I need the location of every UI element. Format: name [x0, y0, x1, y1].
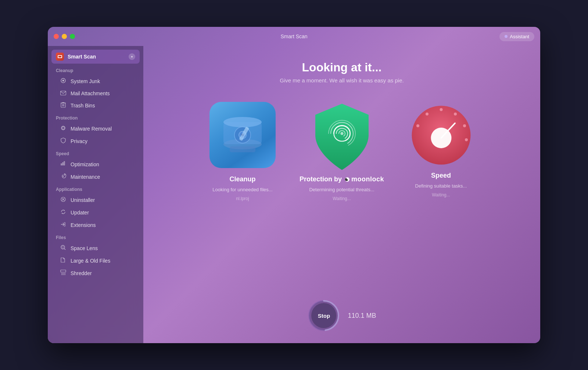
sidebar-item-privacy[interactable]: Privacy	[51, 135, 140, 147]
speed-icon-wrap	[408, 102, 474, 168]
titlebar: Smart Scan Assistant	[48, 27, 540, 46]
trash-icon	[60, 102, 67, 109]
sidebar-item-shredder[interactable]: Shredder	[51, 267, 140, 279]
mail-attachments-label: Mail Attachments	[71, 90, 110, 96]
sidebar-item-uninstaller[interactable]: Uninstaller	[51, 194, 140, 206]
svg-point-10	[62, 246, 64, 248]
svg-rect-19	[230, 146, 255, 152]
system-junk-icon	[60, 78, 67, 85]
main-window: Smart Scan Assistant Smart Scan ●	[48, 27, 540, 343]
maintenance-label: Maintenance	[71, 174, 100, 180]
svg-point-9	[61, 245, 65, 249]
stop-area: Stop 110.1 MB	[307, 299, 376, 332]
speed-card-title: Speed	[431, 172, 451, 179]
assistant-status-dot	[505, 35, 508, 38]
svg-point-7	[63, 176, 64, 177]
speed-card-status: Waiting...	[432, 192, 450, 198]
main-subheading: Give me a moment. We all wish it was eas…	[280, 77, 404, 83]
malware-icon	[60, 125, 67, 132]
protection-card: Protection by moonlock Determining poten…	[298, 102, 386, 201]
uninstaller-label: Uninstaller	[71, 197, 95, 203]
large-files-icon	[60, 257, 67, 264]
sidebar-item-trash-bins[interactable]: Trash Bins	[51, 99, 140, 111]
scan-size-display: 110.1 MB	[348, 312, 376, 320]
smart-scan-icon	[56, 53, 64, 61]
sidebar-item-extensions[interactable]: Extensions	[51, 219, 140, 231]
stop-button[interactable]: Stop	[311, 303, 336, 328]
privacy-icon	[60, 138, 67, 145]
speedometer-svg	[409, 103, 473, 167]
sidebar-item-optimization[interactable]: Optimization	[51, 158, 140, 170]
cleanup-card: Cleanup Looking for unneeded files... nl…	[198, 102, 287, 201]
stop-button-wrap: Stop	[307, 299, 340, 332]
window-body: Smart Scan ● Cleanup System Junk	[48, 46, 540, 343]
moonlock-logo-icon	[345, 177, 350, 182]
shredder-icon	[60, 270, 67, 277]
protection-card-status: Waiting...	[333, 196, 351, 201]
svg-point-24	[454, 113, 457, 115]
cleanup-card-desc: Looking for unneeded files...	[212, 187, 272, 192]
svg-point-26	[465, 138, 468, 141]
traffic-lights	[54, 34, 75, 39]
window-title: Smart Scan	[280, 33, 307, 39]
svg-rect-1	[58, 56, 61, 57]
updater-label: Updater	[71, 210, 89, 216]
section-files-label: Files	[48, 231, 143, 242]
svg-point-14	[223, 117, 262, 127]
svg-point-25	[463, 124, 466, 127]
sidebar-item-smart-scan[interactable]: Smart Scan ●	[51, 50, 140, 64]
smart-scan-label: Smart Scan	[68, 54, 96, 60]
smart-scan-badge: ●	[129, 53, 135, 60]
protection-card-desc: Determining potential threats...	[309, 187, 374, 192]
assistant-button[interactable]: Assistant	[499, 32, 534, 41]
protection-card-title: Protection by moonlock	[300, 175, 384, 183]
svg-point-23	[440, 108, 442, 111]
sidebar-item-mail-attachments[interactable]: Mail Attachments	[51, 88, 140, 99]
space-lens-icon	[60, 245, 67, 252]
trash-bins-label: Trash Bins	[71, 103, 95, 108]
svg-point-27	[426, 113, 429, 115]
speed-card: Speed Defining suitable tasks... Waiting…	[397, 102, 485, 201]
sidebar: Smart Scan ● Cleanup System Junk	[48, 46, 143, 343]
section-applications-label: Applications	[48, 183, 143, 193]
large-old-files-label: Large & Old Files	[71, 258, 110, 264]
system-junk-label: System Junk	[71, 78, 100, 84]
svg-point-20	[340, 132, 343, 135]
protection-icon-wrap	[309, 102, 375, 172]
disk-svg	[219, 111, 266, 159]
extensions-label: Extensions	[71, 222, 96, 228]
extensions-icon	[60, 221, 67, 228]
mail-icon	[60, 90, 67, 96]
sidebar-item-updater[interactable]: Updater	[51, 206, 140, 218]
cleanup-icon-wrap	[209, 102, 276, 168]
section-speed-label: Speed	[48, 147, 143, 158]
assistant-label: Assistant	[510, 34, 529, 39]
protection-by-label: Protection by	[300, 175, 342, 183]
uninstaller-icon	[60, 196, 67, 203]
shredder-label: Shredder	[71, 270, 92, 276]
malware-removal-label: Malware Removal	[71, 126, 112, 132]
sidebar-item-space-lens[interactable]: Space Lens	[51, 242, 140, 254]
cleanup-card-status: nl.lproj	[236, 196, 249, 201]
section-cleanup-label: Cleanup	[48, 64, 143, 75]
fullscreen-button[interactable]	[70, 34, 75, 39]
sidebar-item-malware-removal[interactable]: Malware Removal	[51, 122, 140, 135]
svg-point-28	[416, 124, 419, 127]
cards-row: Cleanup Looking for unneeded files... nl…	[198, 102, 485, 201]
section-protection-label: Protection	[48, 112, 143, 122]
optimization-icon	[60, 161, 67, 168]
close-button[interactable]	[54, 34, 59, 39]
shield-svg	[310, 102, 374, 172]
main-heading: Looking at it...	[302, 61, 382, 74]
cleanup-card-title: Cleanup	[229, 175, 255, 183]
optimization-label: Optimization	[71, 161, 99, 167]
sidebar-item-system-junk[interactable]: System Junk	[51, 75, 140, 87]
maintenance-icon	[60, 173, 67, 180]
sidebar-item-maintenance[interactable]: Maintenance	[51, 171, 140, 183]
privacy-label: Privacy	[71, 138, 87, 144]
main-content: Looking at it... Give me a moment. We al…	[143, 46, 540, 343]
sidebar-item-large-old-files[interactable]: Large & Old Files	[51, 255, 140, 267]
minimize-button[interactable]	[62, 34, 67, 39]
space-lens-label: Space Lens	[71, 245, 98, 251]
svg-rect-11	[61, 270, 66, 272]
